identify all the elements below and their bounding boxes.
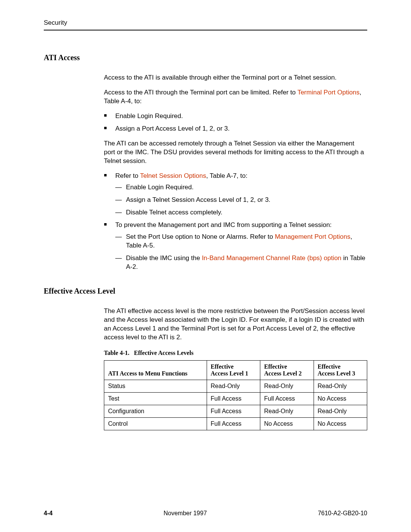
sublist-2-b: Disable the IMC using the In-Band Manage…: [115, 254, 367, 272]
th-col2: Effective Access Level 1: [207, 360, 260, 380]
list-1-item-2: Assign a Port Access Level of 1, 2, or 3…: [104, 125, 367, 133]
list-2-item-1: Refer to Telnet Session Options, Table A…: [104, 172, 367, 217]
sublist-1-a: Enable Login Required.: [115, 183, 367, 192]
table-row: Status Read-Only Read-Only Read-Only: [104, 380, 367, 392]
th-col4-b: Access Level 3: [318, 370, 355, 377]
th-col2-a: Effective: [211, 363, 234, 370]
table-row: Configuration Full Access Read-Only Read…: [104, 405, 367, 417]
para-1: Access to the ATI is available through e…: [104, 73, 367, 82]
sublist-2-a: Set the Port Use option to None or Alarm…: [115, 233, 367, 250]
list-1: Enable Login Required. Assign a Port Acc…: [104, 112, 367, 133]
para-3: The ATI can be accessed remotely through…: [104, 139, 367, 166]
para-2: Access to the ATI through the Terminal p…: [104, 88, 367, 106]
effective-access-content: The ATI effective access level is the mo…: [104, 307, 367, 430]
document-id: 7610-A2-GB20-10: [318, 510, 367, 517]
sublist-1: Enable Login Required. Assign a Telnet S…: [115, 183, 367, 217]
table-row: Control Full Access No Access No Access: [104, 417, 367, 430]
list-1-item-1: Enable Login Required.: [104, 112, 367, 121]
cell: No Access: [314, 417, 367, 430]
cell: Read-Only: [314, 405, 367, 417]
sublist-1-b: Assign a Telnet Session Access Level of …: [115, 196, 367, 204]
cell: Read-Only: [314, 380, 367, 392]
management-port-options-link[interactable]: Management Port Options: [275, 233, 350, 240]
para-2-text-1: Access to the ATI through the Terminal p…: [104, 89, 297, 96]
effective-access-para: The ATI effective access level is the mo…: [104, 307, 367, 342]
cell: Full Access: [207, 392, 260, 405]
sublist-2: Set the Port Use option to None or Alarm…: [115, 233, 367, 272]
page-number: 4-4: [44, 510, 53, 517]
sublist-1-c: Disable Telnet access completely.: [115, 208, 367, 217]
cell: Full Access: [207, 405, 260, 417]
th-col3-a: Effective: [264, 363, 287, 370]
th-col3: Effective Access Level 2: [260, 360, 314, 380]
effective-access-heading: Effective Access Level: [44, 287, 367, 296]
table-header-row: ATI Access to Menu Functions Effective A…: [104, 360, 367, 380]
terminal-port-options-link[interactable]: Terminal Port Options: [297, 89, 359, 96]
sublist-2-b-text-1: Disable the IMC using the: [126, 254, 202, 262]
cell: No Access: [314, 392, 367, 405]
inband-management-link[interactable]: In-Band Management Channel Rate (bps) op…: [202, 254, 341, 262]
cell: Read-Only: [260, 405, 314, 417]
list-2-item-1-text-2: , Table A-7, to:: [206, 172, 247, 179]
th-col2-b: Access Level 1: [211, 370, 249, 377]
telnet-session-options-link[interactable]: Telnet Session Options: [140, 172, 206, 179]
ati-access-heading: ATI Access: [44, 53, 367, 62]
cell: Read-Only: [207, 380, 260, 392]
th-col4-a: Effective: [318, 363, 341, 370]
footer-date: November 1997: [164, 510, 207, 517]
th-col1: ATI Access to Menu Functions: [104, 360, 207, 380]
list-2: Refer to Telnet Session Options, Table A…: [104, 172, 367, 272]
list-2-item-2: To prevent the Management port and IMC f…: [104, 221, 367, 272]
page-footer: 4-4 November 1997 7610-A2-GB20-10: [44, 510, 367, 517]
cell: Test: [104, 392, 207, 405]
cell: Full Access: [260, 392, 314, 405]
cell: Status: [104, 380, 207, 392]
cell: Full Access: [207, 417, 260, 430]
cell: Control: [104, 417, 207, 430]
cell: Configuration: [104, 405, 207, 417]
th-col4: Effective Access Level 3: [314, 360, 367, 380]
access-levels-table: ATI Access to Menu Functions Effective A…: [104, 360, 367, 430]
table-title: Table 4-1. Effective Access Levels: [104, 350, 367, 356]
th-col3-b: Access Level 2: [264, 370, 302, 377]
list-2-item-1-text-1: Refer to: [115, 172, 140, 179]
cell: Read-Only: [260, 380, 314, 392]
list-2-item-2-text: To prevent the Management port and IMC f…: [115, 221, 332, 228]
page-header: Security: [44, 19, 367, 30]
sublist-2-a-text-1: Set the Port Use option to None or Alarm…: [126, 233, 275, 240]
ati-access-content: Access to the ATI is available through e…: [104, 73, 367, 272]
cell: No Access: [260, 417, 314, 430]
table-row: Test Full Access Full Access No Access: [104, 392, 367, 405]
header-title: Security: [44, 19, 67, 26]
